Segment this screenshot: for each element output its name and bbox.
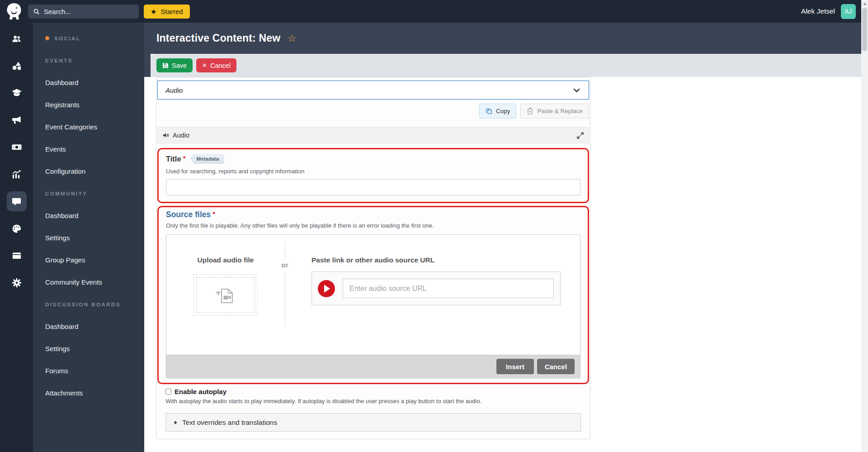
analytics-chart-icon <box>11 169 22 180</box>
play-button-icon[interactable] <box>318 280 335 297</box>
text-overrides-label: Text overrides and translations <box>182 419 277 427</box>
rail-item-wallet[interactable] <box>7 246 27 266</box>
scrollbar-thumb[interactable] <box>862 8 867 51</box>
title-field-group: Title * Metadata Used for searching, rep… <box>157 148 589 203</box>
media-dialog-body: Upload audio file <box>166 235 580 355</box>
content-type-value: Audio <box>165 86 183 94</box>
chevron-down-icon <box>572 86 581 95</box>
sidebar-item-registrants[interactable]: Registrants <box>33 94 144 116</box>
title-input[interactable] <box>166 179 580 195</box>
window-scrollbar[interactable] <box>861 0 868 452</box>
paste-url-heading: Paste link or other audio source URL <box>311 256 580 264</box>
file-drop-zone[interactable] <box>193 274 258 316</box>
enable-autoplay-checkbox[interactable] <box>165 389 171 395</box>
rail-item-megaphone[interactable] <box>7 110 27 130</box>
upload-media-file-icon <box>215 286 236 304</box>
required-asterisk: * <box>212 210 215 218</box>
megaphone-icon <box>11 115 22 125</box>
topbar-user-area: Alek Jetsel AJ <box>801 4 856 19</box>
url-entry-box <box>311 271 561 305</box>
sidebar-header-events: EVENTS <box>33 49 144 71</box>
media-dialog-footer: Insert Cancel <box>166 355 580 378</box>
copy-button[interactable]: Copy <box>479 104 517 119</box>
content-type-dropdown[interactable]: Audio <box>157 81 589 100</box>
palette-icon <box>11 224 22 234</box>
sidebar-item-boards-dashboard[interactable]: Dashboard <box>33 315 144 338</box>
paste-replace-label: Paste & Replace <box>537 108 583 114</box>
banknote-icon <box>11 142 22 152</box>
rail-item-analytics[interactable] <box>7 164 27 184</box>
sidebar-header-community: COMMUNITY <box>33 182 144 205</box>
user-name: Alek Jetsel <box>801 7 835 15</box>
save-button[interactable]: Save <box>156 58 193 72</box>
sidebar-item-configuration[interactable]: Configuration <box>33 160 144 182</box>
required-asterisk: * <box>183 154 186 162</box>
sidebar-item-events[interactable]: Events <box>33 138 144 160</box>
starred-button[interactable]: ★ Starred <box>144 5 190 19</box>
sidebar-item-event-categories[interactable]: Event Categories <box>33 116 144 138</box>
close-icon: ✕ <box>202 62 207 68</box>
media-insert-dialog: Upload audio file <box>166 234 580 378</box>
title-help-text: Used for searching, reports and copyrigh… <box>166 168 580 175</box>
autoplay-help-text: With autoplay the audio starts to play i… <box>165 398 581 404</box>
toolbar-corner-notch <box>144 54 151 77</box>
star-icon: ★ <box>151 8 156 15</box>
sidebar-nav: SOCIAL EVENTS Dashboard Registrants Even… <box>33 23 144 452</box>
text-overrides-accordion[interactable]: Text overrides and translations <box>165 413 581 432</box>
app-logo-icon[interactable] <box>6 2 23 20</box>
title-label-row: Title * Metadata <box>166 154 580 164</box>
avatar[interactable]: AJ <box>841 4 856 19</box>
rail-item-chat-active[interactable] <box>7 191 27 211</box>
graduation-cap-icon <box>11 87 22 98</box>
dialog-cancel-button[interactable]: Cancel <box>537 359 575 374</box>
global-search[interactable] <box>28 5 139 19</box>
rail-item-settings[interactable] <box>7 273 27 293</box>
insert-button[interactable]: Insert <box>496 359 534 374</box>
expand-icon[interactable] <box>576 132 584 139</box>
audio-widget-title: Audio <box>173 132 189 139</box>
audio-widget-header: Audio <box>157 127 589 143</box>
scrollbar-up-arrow-icon[interactable] <box>861 0 868 7</box>
search-icon <box>33 8 40 15</box>
enable-autoplay-label: Enable autoplay <box>175 388 226 395</box>
audio-url-input[interactable] <box>343 279 554 298</box>
copy-icon <box>486 108 492 114</box>
page-header: Interactive Content: New ☆ <box>144 23 861 54</box>
gear-icon <box>12 278 22 288</box>
sidebar-item-attachments[interactable]: Attachments <box>33 382 144 404</box>
rail-item-graduation-cap[interactable] <box>7 83 27 103</box>
sidebar-item-boards-settings[interactable]: Settings <box>33 338 144 360</box>
title-label: Title <box>166 155 181 163</box>
sidebar-item-group-pages[interactable]: Group Pages <box>33 249 144 271</box>
rail-item-palette[interactable] <box>7 219 27 238</box>
sidebar-item-forums[interactable]: Forums <box>33 360 144 382</box>
or-label: or <box>280 258 289 272</box>
paste-replace-button[interactable]: Paste & Replace <box>520 104 589 119</box>
favorite-star-icon[interactable]: ☆ <box>287 33 296 43</box>
shapes-icon <box>11 61 22 71</box>
rail-item-banknote[interactable] <box>7 137 27 157</box>
app-window: ★ Starred Alek Jetsel AJ <box>0 0 868 452</box>
clipboard-icon <box>527 108 533 114</box>
caret-right-icon <box>175 421 177 424</box>
metadata-badge: Metadata <box>189 154 224 164</box>
main-content: Interactive Content: New ☆ <box>144 23 861 452</box>
file-drop-zone-inner <box>196 277 255 313</box>
avatar-initials: AJ <box>844 8 852 15</box>
sidebar-item-community-settings[interactable]: Settings <box>33 227 144 249</box>
source-files-label-row: Source files * <box>166 210 580 219</box>
orange-dot-icon <box>45 36 49 40</box>
cancel-button[interactable]: ✕ Cancel <box>196 58 236 72</box>
autoplay-row: Enable autoplay <box>165 388 581 395</box>
sidebar-item-community-events[interactable]: Community Events <box>33 271 144 293</box>
upload-column: Upload audio file <box>166 256 285 355</box>
sidebar-item-events-dashboard[interactable]: Dashboard <box>33 71 144 94</box>
copy-paste-row: Copy Paste & Replace <box>157 104 589 119</box>
search-input[interactable] <box>44 8 134 15</box>
sidebar-section-social[interactable]: SOCIAL <box>33 27 144 49</box>
section-icon-rail <box>0 23 33 452</box>
sidebar-item-community-dashboard[interactable]: Dashboard <box>33 205 144 227</box>
save-label: Save <box>172 62 187 69</box>
rail-item-shapes[interactable] <box>7 56 27 76</box>
rail-item-users[interactable] <box>7 29 27 48</box>
